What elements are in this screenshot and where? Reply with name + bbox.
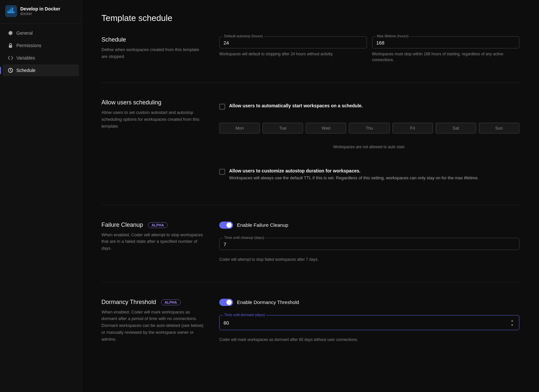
dormancy-days-field[interactable]: Time until dormant (days) 60 ▲ ▼ <box>219 315 519 330</box>
svg-rect-5 <box>11 9 13 11</box>
day-btn-fri[interactable]: Fri <box>392 123 433 134</box>
max-lifetime-field[interactable]: Max lifetime (hours) 168 <box>372 36 520 48</box>
sidebar-item-permissions-label: Permissions <box>16 43 41 48</box>
sidebar: Develop in Docker docker General Permiss… <box>0 0 82 392</box>
failure-cleanup-days-desc: Coder will attempt to stop failed worksp… <box>219 257 519 262</box>
day-btn-mon[interactable]: Mon <box>219 123 260 134</box>
autostop-desc: Workspaces will always use the default T… <box>229 175 479 181</box>
schedule-section-left: Schedule Define when workspaces created … <box>101 36 206 63</box>
allow-scheduling-section: Allow users scheduling Allow users to se… <box>101 99 519 185</box>
svg-rect-7 <box>9 45 12 48</box>
autostop-row: Allow users to customize autostop durati… <box>219 164 519 185</box>
failure-cleanup-toggle-label: Enable Failure Cleanup <box>237 222 288 228</box>
schedule-heading: Schedule <box>101 36 206 43</box>
autostop-label: Allow users to customize autostop durati… <box>229 168 479 173</box>
dormancy-days-value: 60 <box>224 320 229 326</box>
brand-name: Develop in Docker <box>20 6 60 11</box>
failure-cleanup-days-value: 7 <box>224 241 515 247</box>
max-lifetime-value: 168 <box>376 40 515 45</box>
day-btn-sun[interactable]: Sun <box>479 123 519 134</box>
default-autostop-group: Default autostop (hours) 24 Workspaces w… <box>219 36 367 63</box>
default-autostop-field[interactable]: Default autostop (hours) 24 <box>219 36 367 48</box>
dormancy-left: Dormancy Threshold ALPHA When enabled, C… <box>101 299 206 343</box>
failure-cleanup-heading: Failure Cleanup ALPHA <box>101 222 206 228</box>
autostart-not-allowed: Workspaces are not allowed to auto start… <box>219 143 519 151</box>
schedule-inputs-row: Default autostop (hours) 24 Workspaces w… <box>219 36 519 63</box>
clock-icon <box>8 68 13 73</box>
sidebar-item-general-label: General <box>16 30 33 36</box>
dormancy-section: Dormancy Threshold ALPHA When enabled, C… <box>101 299 519 343</box>
default-autostop-desc: Workspaces will default to stopping afte… <box>219 51 367 57</box>
failure-cleanup-days-label: Time until cleanup (days) <box>223 236 265 240</box>
day-btn-thu[interactable]: Thu <box>349 123 389 134</box>
divider-1 <box>101 82 519 83</box>
max-lifetime-group: Max lifetime (hours) 168 Workspaces must… <box>372 36 520 63</box>
sidebar-item-schedule-label: Schedule <box>16 68 35 73</box>
schedule-section: Schedule Define when workspaces created … <box>101 36 519 63</box>
allow-scheduling-heading: Allow users scheduling <box>101 99 206 106</box>
failure-cleanup-left: Failure Cleanup ALPHA When enabled, Code… <box>101 222 206 262</box>
failure-cleanup-toggle[interactable] <box>219 222 233 229</box>
docker-logo <box>5 5 17 17</box>
dormancy-toggle-label: Enable Dormancy Threshold <box>237 299 299 305</box>
day-btn-tue[interactable]: Tue <box>262 123 303 134</box>
failure-cleanup-right: Enable Failure Cleanup Time until cleanu… <box>219 222 519 262</box>
failure-cleanup-section: Failure Cleanup ALPHA When enabled, Code… <box>101 222 519 262</box>
dormancy-days-label: Time until dormant (days) <box>223 313 266 317</box>
sidebar-item-permissions[interactable]: Permissions <box>3 40 79 51</box>
sidebar-item-general[interactable]: General <box>3 27 79 39</box>
main-content: Template schedule Schedule Define when w… <box>82 0 539 392</box>
dormancy-badge: ALPHA <box>161 299 181 305</box>
svg-rect-6 <box>11 8 13 9</box>
gear-icon <box>8 30 13 36</box>
dormancy-description: When enabled, Coder will mark workspaces… <box>101 309 206 343</box>
dormancy-toggle[interactable] <box>219 299 233 306</box>
day-btn-wed[interactable]: Wed <box>306 123 346 134</box>
dormancy-toggle-row: Enable Dormancy Threshold <box>219 299 519 306</box>
lock-icon <box>8 43 13 48</box>
day-btn-sat[interactable]: Sat <box>436 123 476 134</box>
dormancy-days-decrement[interactable]: ▼ <box>509 323 515 327</box>
failure-cleanup-toggle-row: Enable Failure Cleanup <box>219 222 519 229</box>
allow-scheduling-description: Allow users to set custom autostart and … <box>101 109 206 130</box>
dormancy-days-spinner: ▲ ▼ <box>509 319 515 327</box>
autostart-label: Allow users to automatically start works… <box>229 103 363 108</box>
dormancy-days-input-row: 60 ▲ ▼ <box>224 319 515 327</box>
allow-scheduling-right: Allow users to automatically start works… <box>219 99 519 185</box>
autostart-checkbox[interactable] <box>219 104 225 110</box>
sidebar-item-variables-label: Variables <box>16 55 35 61</box>
code-icon <box>8 55 13 61</box>
autostart-checkbox-content: Allow users to automatically start works… <box>229 103 363 108</box>
brand-sub: docker <box>20 11 60 16</box>
max-lifetime-desc: Workspaces must stop within 168 hours of… <box>372 51 520 63</box>
failure-cleanup-badge: ALPHA <box>148 222 168 228</box>
dormancy-heading: Dormancy Threshold ALPHA <box>101 299 206 306</box>
dormancy-days-desc: Coder will mark workspaces as dormant af… <box>219 337 519 343</box>
divider-2 <box>101 205 519 205</box>
autostop-checkbox-content: Allow users to customize autostop durati… <box>229 168 479 181</box>
failure-cleanup-days-field[interactable]: Time until cleanup (days) 7 <box>219 238 519 250</box>
autostart-row: Allow users to automatically start works… <box>219 99 519 114</box>
day-buttons-row: Mon Tue Wed Thu Fri Sat Sun <box>219 123 519 134</box>
sidebar-item-schedule[interactable]: Schedule <box>3 64 79 76</box>
autostop-checkbox[interactable] <box>219 169 225 175</box>
default-autostop-value: 24 <box>224 40 363 45</box>
failure-cleanup-description: When enabled, Coder will attempt to stop… <box>101 232 206 252</box>
sidebar-item-variables[interactable]: Variables <box>3 52 79 64</box>
brand-area: Develop in Docker docker <box>0 0 81 24</box>
max-lifetime-label: Max lifetime (hours) <box>376 34 410 38</box>
page-title: Template schedule <box>101 13 519 23</box>
default-autostop-label: Default autostop (hours) <box>223 34 264 38</box>
schedule-description: Define when workspaces created from this… <box>101 46 206 60</box>
dormancy-days-increment[interactable]: ▲ <box>509 319 515 323</box>
allow-scheduling-left: Allow users scheduling Allow users to se… <box>101 99 206 185</box>
svg-rect-4 <box>9 9 11 11</box>
divider-3 <box>101 282 519 282</box>
nav-list: General Permissions Variables <box>0 24 81 80</box>
svg-rect-0 <box>5 5 17 17</box>
brand-text: Develop in Docker docker <box>20 6 60 16</box>
schedule-section-right: Default autostop (hours) 24 Workspaces w… <box>219 36 519 63</box>
dormancy-right: Enable Dormancy Threshold Time until dor… <box>219 299 519 343</box>
